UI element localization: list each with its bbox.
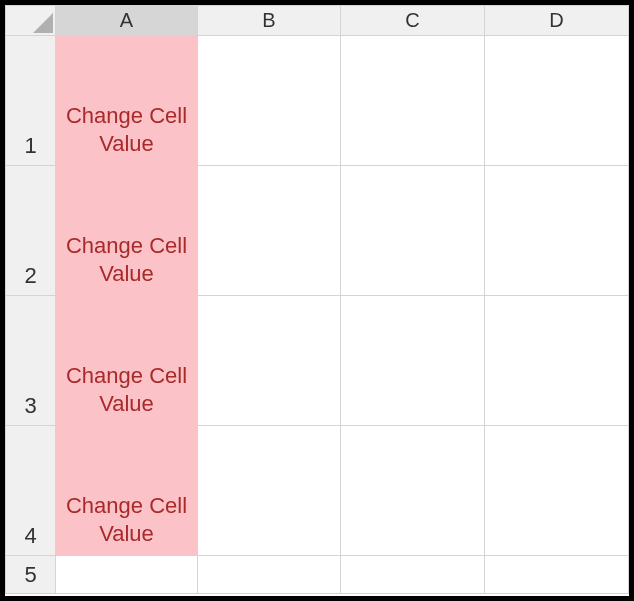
row-header-1[interactable]: 1 [6,36,56,166]
cell-d1[interactable] [485,36,629,166]
column-header-b[interactable]: B [198,6,341,36]
spreadsheet-grid: A B C D 1 Change Cell Value 2 Change Cel… [5,5,629,594]
row-header-2[interactable]: 2 [6,166,56,296]
cell-a3[interactable]: Change Cell Value [56,296,198,426]
cell-c5[interactable] [341,556,485,594]
column-header-a[interactable]: A [56,6,198,36]
select-all-corner[interactable] [6,6,56,36]
row-header-5[interactable]: 5 [6,556,56,594]
cell-d5[interactable] [485,556,629,594]
cell-c3[interactable] [341,296,485,426]
cell-c2[interactable] [341,166,485,296]
cell-c4[interactable] [341,426,485,556]
cell-d2[interactable] [485,166,629,296]
cell-b5[interactable] [198,556,341,594]
column-header-c[interactable]: C [341,6,485,36]
row-header-3[interactable]: 3 [6,296,56,426]
spreadsheet-frame: A B C D 1 Change Cell Value 2 Change Cel… [0,0,634,601]
cell-a2[interactable]: Change Cell Value [56,166,198,296]
cell-c1[interactable] [341,36,485,166]
column-header-d[interactable]: D [485,6,629,36]
cell-d3[interactable] [485,296,629,426]
cell-b3[interactable] [198,296,341,426]
cell-b4[interactable] [198,426,341,556]
cell-a5[interactable] [56,556,198,594]
cell-a1[interactable]: Change Cell Value [56,36,198,166]
cell-b1[interactable] [198,36,341,166]
row-header-4[interactable]: 4 [6,426,56,556]
cell-d4[interactable] [485,426,629,556]
select-all-triangle-icon [33,13,53,33]
cell-a4[interactable]: Change Cell Value [56,426,198,556]
cell-b2[interactable] [198,166,341,296]
